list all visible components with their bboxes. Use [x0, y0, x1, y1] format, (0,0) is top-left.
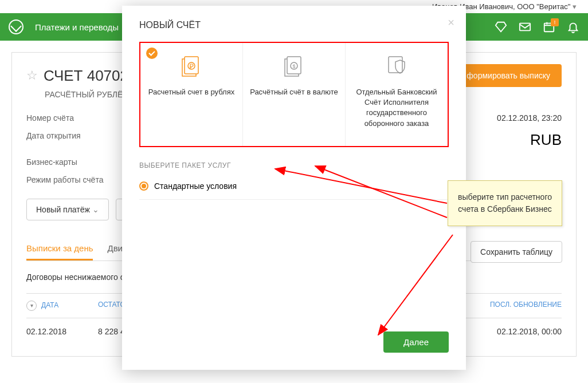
- option-defense-account[interactable]: Отдельный Банковский Счёт Исполнителя го…: [346, 43, 448, 146]
- option-ruble-account[interactable]: Расчетный счет в рублях: [140, 43, 243, 146]
- svg-rect-2: [185, 57, 198, 74]
- highlighted-options: Расчетный счет в рублях $ Расчётный счёт…: [139, 42, 449, 147]
- shield-account-icon: [352, 52, 441, 80]
- option-currency-account[interactable]: $ Расчётный счёт в валюте: [243, 43, 346, 146]
- option-label: Отдельный Банковский Счёт Исполнителя го…: [352, 87, 441, 129]
- svg-text:$: $: [292, 64, 295, 69]
- new-account-modal: × НОВЫЙ СЧЁТ Расчетный счет в рублях $ Р…: [122, 6, 466, 370]
- option-label: Расчетный счет в рублях: [147, 87, 236, 97]
- svg-point-3: [188, 62, 195, 69]
- next-button[interactable]: Далее: [383, 331, 449, 353]
- ruble-account-icon: [147, 52, 236, 80]
- instruction-callout: выберите тип расчетного счета в Сбербанк…: [448, 180, 562, 226]
- currency-account-icon: $: [250, 52, 338, 80]
- close-icon[interactable]: ×: [448, 16, 454, 29]
- modal-title: НОВЫЙ СЧЁТ: [139, 20, 449, 30]
- radio-label: Стандартные условия: [154, 181, 237, 191]
- radio-standard[interactable]: Стандартные условия: [139, 178, 449, 200]
- check-icon: [146, 48, 158, 59]
- radio-icon: [139, 181, 148, 191]
- option-label: Расчётный счёт в валюте: [250, 87, 338, 97]
- package-section-label: ВЫБЕРИТЕ ПАКЕТ УСЛУГ: [139, 161, 449, 169]
